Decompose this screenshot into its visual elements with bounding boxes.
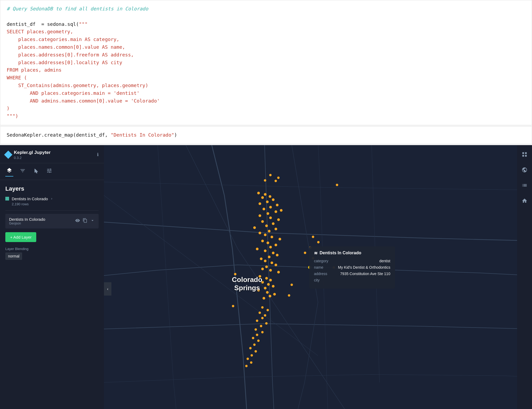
layer-blending-value[interactable]: normal (5, 252, 22, 260)
layer-card-header: Dentists In Colorado Geojson (9, 217, 95, 225)
layer-entry-name: Dentists In Colorado (12, 197, 48, 201)
sidebar-content: Layers Dentists In Colorado › 2,190 rows… (0, 180, 104, 409)
sidebar-header: Kepler.gl Jupyter 0.3.2 ℹ (0, 145, 104, 163)
code-cell-2: SedonaKepler.create_map(dentist_df, "Den… (0, 126, 532, 144)
map-area[interactable]: ‹ (104, 145, 532, 409)
layer-color-indicator (5, 197, 9, 201)
tooltip-row-city: city (314, 278, 390, 282)
tooltip-row-address: address 7935 Constitution Ave Ste 110 (314, 272, 390, 276)
layer-card-info: Dentists In Colorado Geojson (9, 217, 45, 225)
code-cell-1: # Query SedonaDB to find all dentists in… (0, 0, 532, 125)
home-button[interactable] (519, 196, 530, 207)
tooltip-row-name: name My Kid's Dentist & Orthodontics (314, 265, 390, 269)
tooltip-key-category: category (314, 259, 333, 263)
layer-card-type: Geojson (9, 222, 45, 225)
kepler-title: Kepler.gl Jupyter (14, 150, 51, 155)
tooltip-key-address: address (314, 272, 333, 276)
add-layer-button[interactable]: + Add Layer (5, 232, 36, 242)
sliders-icon-btn[interactable] (45, 167, 53, 176)
layer-card-actions (75, 218, 95, 224)
tooltip-val-category: dentist (379, 259, 390, 263)
layer-blending-section: Layer Blending normal (5, 247, 99, 260)
tooltip-title-text: Dentists In Colorado (320, 251, 361, 255)
map-view-grid-button[interactable] (519, 149, 530, 161)
code-line-1: dentist_df = sedona.sql(""" (7, 21, 87, 27)
list-button[interactable] (519, 180, 530, 192)
tooltip-icon: ≋ (314, 251, 317, 256)
tooltip-key-name: name (314, 265, 333, 269)
kepler-diamond-icon (4, 151, 12, 159)
layer-card-title: Dentists In Colorado (9, 217, 45, 222)
layers-icon-btn[interactable] (5, 166, 13, 177)
layer-row-count: 2,190 rows (12, 202, 99, 206)
tooltip-title: ≋ Dentists In Colorado (314, 251, 390, 256)
sidebar-collapse-button[interactable]: ‹ (104, 282, 111, 296)
tooltip-val-name: My Kid's Dentist & Orthodontics (338, 265, 390, 269)
layer-entry[interactable]: Dentists In Colorado › (5, 197, 99, 201)
right-panel: EN (517, 145, 532, 409)
tooltip-val-address: 7935 Constitution Ave Ste 110 (340, 272, 390, 276)
layer-chevron-icon[interactable] (90, 218, 95, 224)
layer-expand-icon[interactable]: › (51, 197, 53, 201)
layer-card: Dentists In Colorado Geojson (5, 214, 99, 228)
tooltip-row-category: category dentist (314, 259, 390, 263)
cursor-icon-btn[interactable] (32, 167, 40, 176)
layers-title: Layers (5, 185, 99, 192)
code-kepler-call: SedonaKepler.create_map(dentist_df, "Den… (7, 132, 177, 138)
kepler-version: 0.3.2 (14, 156, 51, 160)
layer-divider (5, 210, 99, 211)
visibility-icon[interactable] (75, 218, 80, 224)
filter-icon-btn[interactable] (19, 167, 27, 176)
code-sql: SELECT places.geometry, places.categorie… (7, 29, 160, 111)
duplicate-icon[interactable] (83, 218, 87, 224)
layer-blending-label: Layer Blending (5, 247, 99, 251)
info-button[interactable]: ℹ (97, 153, 99, 157)
kepler-logo: Kepler.gl Jupyter 0.3.2 ℹ (5, 150, 99, 160)
kepler-sidebar: Kepler.gl Jupyter 0.3.2 ℹ (0, 145, 104, 409)
sidebar-icon-bar (0, 163, 104, 180)
kepler-map-container: Kepler.gl Jupyter 0.3.2 ℹ (0, 145, 532, 409)
tooltip-card: ≋ Dentists In Colorado category dentist … (309, 246, 395, 289)
globe-button[interactable] (519, 165, 530, 177)
tooltip-key-city: city (314, 278, 333, 282)
code-comment: # Query SedonaDB to find all dentists in… (7, 6, 148, 11)
code-end-string: """) (7, 113, 18, 119)
